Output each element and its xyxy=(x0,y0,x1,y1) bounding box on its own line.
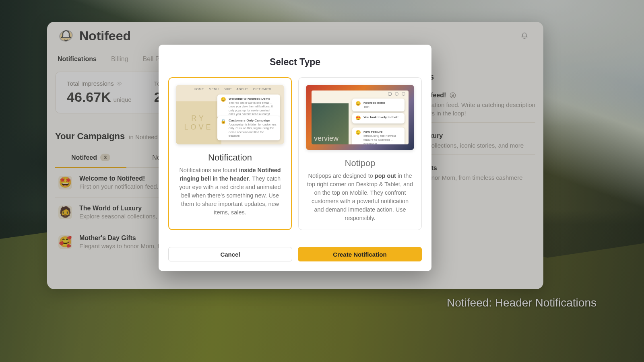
type-option-notipop[interactable]: verview 😊Notifeed here!Test 😍You look lo… xyxy=(298,77,422,230)
type-options: HOME MENU SHIP ABOUT GIFT CARD RYLOVE 😊 … xyxy=(168,77,422,230)
option-description: Notifications are found inside Notifeed … xyxy=(176,166,284,217)
modal-actions: Cancel Create Notification xyxy=(168,247,422,261)
notification-preview-image: HOME MENU SHIP ABOUT GIFT CARD RYLOVE 😊 … xyxy=(176,85,284,144)
create-notification-button[interactable]: Create Notification xyxy=(298,247,422,261)
select-type-modal: Select Type HOME MENU SHIP ABOUT GIFT CA… xyxy=(159,45,431,271)
option-description: Notipops are designed to pop out in the … xyxy=(306,172,414,222)
modal-title: Select Type xyxy=(168,57,422,68)
option-title: Notipop xyxy=(306,158,414,169)
option-title: Notification xyxy=(176,152,284,163)
type-option-notification[interactable]: HOME MENU SHIP ABOUT GIFT CARD RYLOVE 😊 … xyxy=(168,77,292,230)
cancel-button[interactable]: Cancel xyxy=(168,247,292,261)
notipop-preview-image: verview 😊Notifeed here!Test 😍You look lo… xyxy=(306,85,414,150)
